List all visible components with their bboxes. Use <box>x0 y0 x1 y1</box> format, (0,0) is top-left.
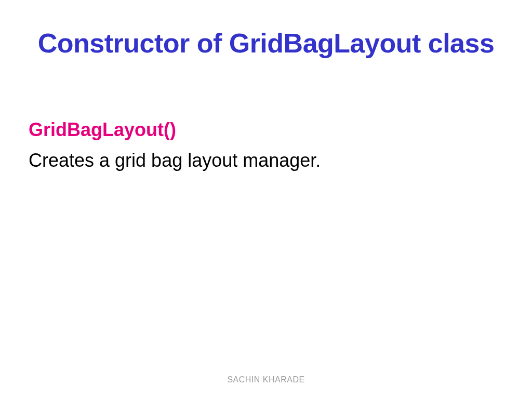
slide-title: Constructor of GridBagLayout class <box>0 0 532 58</box>
constructor-name: GridBagLayout() <box>29 118 532 142</box>
content-area: GridBagLayout() Creates a grid bag layou… <box>0 58 532 173</box>
footer-author: SACHIN KHARADE <box>0 375 532 384</box>
constructor-description: Creates a grid bag layout manager. <box>29 142 532 173</box>
